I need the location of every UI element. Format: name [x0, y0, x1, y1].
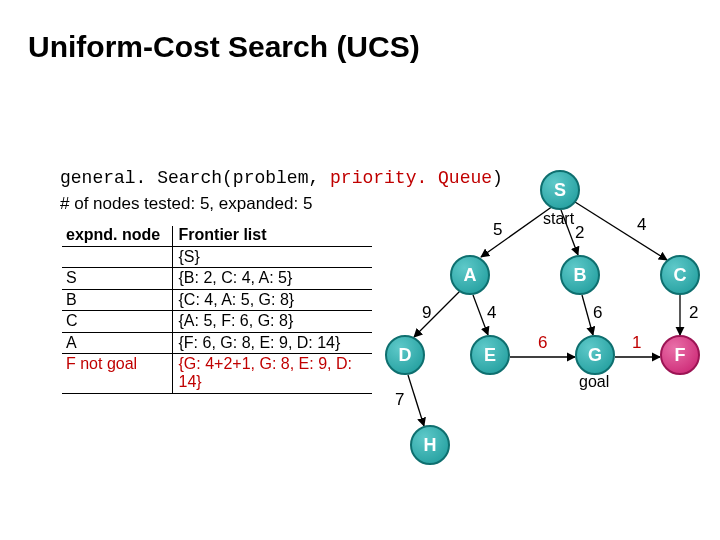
edge-weight-SB: 2 [575, 223, 584, 243]
page-title: Uniform-Cost Search (UCS) [28, 30, 420, 64]
edge-weight-AD: 9 [422, 303, 431, 323]
node-S-label: start [543, 210, 574, 228]
col-header-expanded-node: expnd. node [62, 226, 172, 247]
expanded-node-cell: B [62, 289, 172, 310]
table-row: F not goal{G: 4+2+1, G: 8, E: 9, D: 14} [62, 353, 372, 393]
edge-weight-EG: 6 [538, 333, 547, 353]
edge-weight-DH: 7 [395, 390, 404, 410]
svg-line-4 [473, 295, 488, 335]
table-row: C{A: 5, F: 6, G: 8} [62, 311, 372, 332]
node-A: A [450, 255, 490, 295]
frontier-list-cell: {A: 5, F: 6, G: 8} [172, 311, 372, 332]
node-G-label: goal [579, 373, 609, 391]
table-row: A{F: 6, G: 8, E: 9, D: 14} [62, 332, 372, 353]
expansion-table: expnd. node Frontier list {S}S{B: 2, C: … [62, 226, 372, 394]
edge-weight-CF: 2 [689, 303, 698, 323]
edges-svg [360, 160, 710, 480]
frontier-list-cell: {C: 4, A: 5, G: 8} [172, 289, 372, 310]
expanded-node-cell: F not goal [62, 353, 172, 393]
edge-weight-BG: 6 [593, 303, 602, 323]
node-F: F [660, 335, 700, 375]
expanded-node-cell [62, 247, 172, 268]
node-G: G [575, 335, 615, 375]
node-H: H [410, 425, 450, 465]
frontier-list-cell: {B: 2, C: 4, A: 5} [172, 268, 372, 289]
svg-line-2 [575, 202, 667, 260]
stats-line: # of nodes tested: 5, expanded: 5 [60, 194, 312, 214]
frontier-list-cell: {G: 4+2+1, G: 8, E: 9, D: 14} [172, 353, 372, 393]
expanded-node-cell: A [62, 332, 172, 353]
col-header-frontier-list: Frontier list [172, 226, 372, 247]
node-C: C [660, 255, 700, 295]
expanded-node-cell: S [62, 268, 172, 289]
node-B: B [560, 255, 600, 295]
edge-weight-AE: 4 [487, 303, 496, 323]
edge-weight-SC: 4 [637, 215, 646, 235]
edge-weight-GF: 1 [632, 333, 641, 353]
svg-line-9 [408, 375, 424, 426]
svg-line-5 [582, 295, 593, 335]
table-row: {S} [62, 247, 372, 268]
table-row: S{B: 2, C: 4, A: 5} [62, 268, 372, 289]
table-row: B{C: 4, A: 5, G: 8} [62, 289, 372, 310]
frontier-list-cell: {F: 6, G: 8, E: 9, D: 14} [172, 332, 372, 353]
node-D: D [385, 335, 425, 375]
frontier-list-cell: {S} [172, 247, 372, 268]
svg-line-3 [414, 291, 460, 337]
node-S: S [540, 170, 580, 210]
code-prefix: general. Search(problem, [60, 168, 330, 188]
edge-weight-SA: 5 [493, 220, 502, 240]
node-E: E [470, 335, 510, 375]
search-tree-diagram: S start A B C D E G goal F H 5 2 4 9 4 6… [360, 160, 710, 480]
expanded-node-cell: C [62, 311, 172, 332]
